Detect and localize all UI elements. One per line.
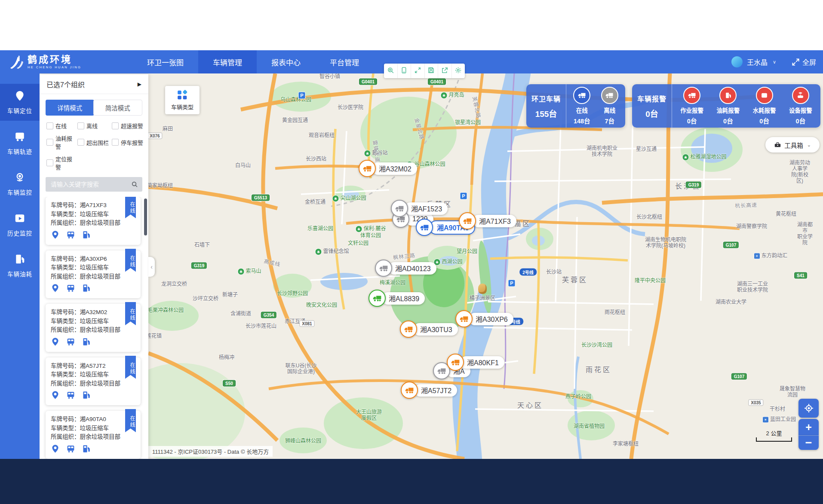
filter-1[interactable]: 在线 [46,122,77,130]
locate-vehicle-icon[interactable] [51,391,60,401]
locate-vehicle-icon[interactable] [51,444,60,455]
mode-tab-1[interactable]: 详情模式 [46,100,94,116]
vehicle-marker-湘AD40123[interactable]: 湘AD40123 [375,260,436,277]
vehicle-list[interactable]: 车牌号码：湘A71XF3车辆类型：垃圾压缩车所属组织：厨余垃圾项目部在线车牌号码… [40,197,148,480]
vehicle-marker-湘A71XF3[interactable]: 湘A71XF3 [459,212,516,229]
sidebar-item-5[interactable]: 车辆油耗 [0,247,40,284]
vehicle-card-5[interactable]: 车牌号码：湘A90TA0车辆类型：垃圾压缩车所属组织：厨余垃圾项目部在线 [46,411,141,459]
toolbox-icon [774,141,781,148]
app: 智谷小镇乌山森林公园长沙医学院黄金园互通▲月亮岛银星湾公园观音岩枢纽麻田▲谷山森… [0,0,823,504]
expand-icon [414,67,421,76]
expand-button[interactable] [411,64,425,78]
checkbox[interactable] [77,139,84,146]
nav-menu-item-2[interactable]: 车辆管理 [198,50,257,73]
zoom-in-button[interactable]: + [798,419,819,436]
nav-menu-item-3[interactable]: 报表中心 [257,50,315,73]
user-chevron-down-icon[interactable]: ∨ [773,59,776,65]
expand-arrow-icon[interactable]: ▶ [138,81,141,87]
marker-plate-label: 湘A30XP6 [469,313,513,325]
fuel-vehicle-icon[interactable] [82,337,91,348]
track-vehicle-icon[interactable] [66,230,75,241]
locate-vehicle-icon[interactable] [51,230,60,241]
vehicle-marker-湘AF1523[interactable]: 湘AF1523 [391,200,448,217]
vehicle-type-button[interactable]: 车辆类型 [165,86,200,114]
track-vehicle-icon[interactable] [66,337,75,348]
mode-tab-2[interactable]: 简洁模式 [93,100,143,116]
vehicle-marker-湘A30TU3[interactable]: 湘A30TU3 [400,321,458,338]
locate-vehicle-icon[interactable] [51,337,60,348]
filter-4[interactable]: 油耗报警 [46,134,77,150]
vehicle-card-4[interactable]: 车牌号码：湘A57JT2车辆类型：垃圾压缩车所属组织：厨余垃圾项目部在线 [46,357,141,406]
online-truck-icon [573,87,590,104]
vehicle-marker-湘A30XP6[interactable]: 湘A30XP6 [455,310,513,327]
user-name[interactable]: 王水晶 [747,57,768,67]
org-selector[interactable]: 已选7个组织 ▶ [40,74,148,94]
track-vehicle-icon[interactable] [66,391,75,401]
vehicle-marker-湘AL8839[interactable]: 湘AL8839 [369,290,425,307]
locate-vehicle-icon[interactable] [51,284,60,294]
vehicle-card-1[interactable]: 车牌号码：湘A71XF3车辆类型：垃圾压缩车所属组织：厨余垃圾项目部在线 [46,197,141,245]
filter-2[interactable]: 离线 [77,122,112,130]
nav-menu-item-4[interactable]: 平台管理 [315,50,374,73]
nav-menu-item-1[interactable]: 环卫一张图 [132,50,198,73]
scrollbar[interactable] [144,199,147,235]
sidebar-item-label: 历史监控 [7,229,32,237]
search-input[interactable] [50,180,131,188]
filter-label: 油耗报警 [55,134,77,150]
fullscreen-button[interactable]: 全屏 [792,57,816,67]
org-selector-label: 已选7个组织 [46,79,85,89]
fuel-vehicle-icon[interactable] [82,230,91,241]
panel-collapse-button[interactable]: ‹ [148,257,155,277]
vehicle-card-2[interactable]: 车牌号码：湘A30XP6车辆类型：垃圾压缩车所属组织：厨余垃圾项目部在线 [46,250,141,299]
marker-truck-icon [400,321,417,338]
sidebar-item-3[interactable]: 车辆监控 [0,165,40,202]
search-icon[interactable] [131,181,138,188]
fuel-vehicle-icon[interactable] [82,284,91,294]
vehicle-card-3[interactable]: 车牌号码：湘A32M02车辆类型：垃圾压缩车所属组织：厨余垃圾项目部在线 [46,304,141,352]
fuel-alarm-icon [719,87,737,104]
filter-5[interactable]: 超出围栏 [77,134,112,150]
fuel-vehicle-icon[interactable] [82,444,91,455]
zoom-out-button[interactable]: − [798,436,819,450]
filter-7[interactable]: 定位报警 [46,155,77,171]
user-avatar[interactable] [731,56,743,67]
sidebar-item-1[interactable]: 车辆定位 [0,84,40,121]
checkbox[interactable] [112,122,119,129]
checkbox[interactable] [46,122,53,129]
map-scale: 2 公里 [756,429,792,442]
sidebar-item-2[interactable]: 车辆轨迹 [0,125,40,162]
vehicle-marker-湘A80KF1[interactable]: 湘A80KF1 [447,354,504,371]
scale-line [756,437,792,442]
vehicle-marker-湘A32M02[interactable]: 湘A32M02 [359,160,417,177]
fleet-offline: 离线 7台 [601,87,618,125]
marker-truck-icon [359,160,376,177]
vehicle-marker-湘A57JT2[interactable]: 湘A57JT2 [401,382,457,399]
filter-6[interactable]: 停车报警 [112,134,148,150]
marker-plate-label: 湘A80KF1 [460,356,504,369]
fuel-vehicle-icon[interactable] [82,391,91,401]
monitor-icon [400,67,408,76]
settings-button[interactable] [452,64,465,78]
checkbox[interactable] [46,159,53,166]
map-canvas[interactable] [40,73,823,504]
vehicle-type: 车辆类型：垃圾压缩车 [51,317,135,326]
marker-truck-icon [459,212,476,229]
checkbox[interactable] [77,122,84,129]
toolbox-button[interactable]: 工具箱 ⌄ [765,137,820,153]
track-vehicle-icon[interactable] [66,444,75,455]
marker-plate-label: 湘A57JT2 [414,384,457,397]
checkbox[interactable] [46,139,53,146]
monitor-button[interactable] [398,64,412,78]
track-vehicle-icon[interactable] [66,284,75,294]
locate-button[interactable] [798,399,819,418]
filter-3[interactable]: 超速报警 [112,122,148,130]
save-button[interactable] [425,64,439,78]
marker-plate-label: 湘A71XF3 [472,215,516,227]
navbar-menu: 环卫一张图车辆管理报表中心平台管理 [132,50,374,73]
alarm-item-4: 设备报警0台 [789,87,812,125]
vehicle-type-icon [177,89,188,101]
sidebar-item-4[interactable]: 历史监控 [0,206,40,243]
share-button[interactable] [438,64,452,78]
magnifier-button[interactable] [384,64,398,78]
checkbox[interactable] [112,139,119,146]
